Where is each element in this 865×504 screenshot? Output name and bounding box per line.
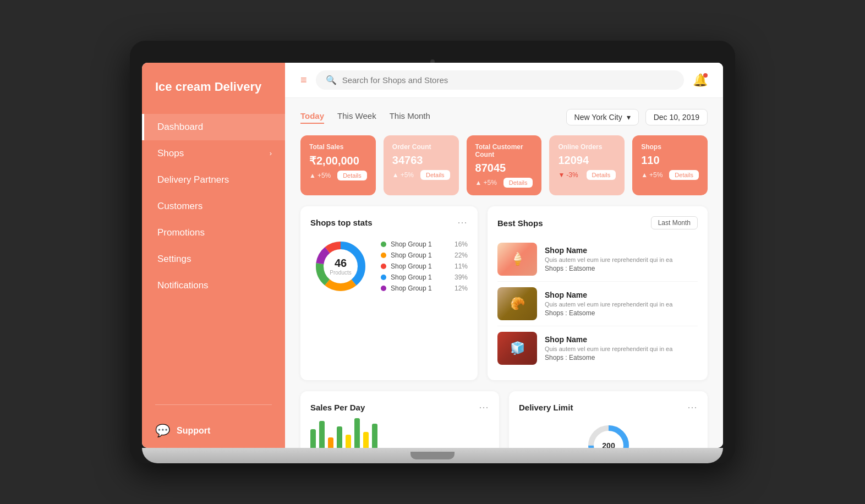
shops-stats-panel: Shops top stats ⋯: [300, 206, 478, 380]
stat-card-shops: Shops 110 ▲ +5% Details: [632, 135, 708, 195]
sidebar-item-shops[interactable]: Shops ›: [142, 140, 285, 167]
main-content: ≡ 🔍 🔔 Today This Week This Month: [285, 63, 723, 448]
tab-today[interactable]: Today: [300, 111, 324, 124]
hamburger-icon[interactable]: ≡: [300, 74, 307, 86]
details-btn-4[interactable]: Details: [669, 170, 699, 180]
legend-item: Shop Group 1 11%: [381, 262, 468, 270]
bar: [346, 435, 351, 448]
delivery-donut-svg: 200: [584, 421, 633, 448]
shops-stats-title: Shops top stats: [310, 218, 373, 227]
bar: [328, 437, 333, 448]
shop-item: 🥐 Shop Name Quis autem vel eum iure repr…: [497, 282, 698, 326]
legend-item: Shop Group 1 16%: [381, 240, 468, 248]
best-shops-panel: Best Shops Last Month 🍦 Shop Name Quis a…: [488, 206, 708, 380]
legend-item: Shop Group 1 12%: [381, 284, 468, 292]
sidebar-item-customers[interactable]: Customers: [142, 193, 285, 220]
stat-card-customer-count: Total Customer Count 87045 ▲ +5% Details: [467, 135, 542, 195]
sidebar-item-settings[interactable]: Settings: [142, 246, 285, 272]
legend-dot-purple: [381, 286, 386, 291]
shop-item: 🍦 Shop Name Quis autem vel eum iure repr…: [497, 237, 698, 282]
shop-thumb-0: 🍦: [497, 243, 537, 276]
details-btn-2[interactable]: Details: [503, 178, 533, 188]
stat-change-0: ▲ +5%: [309, 172, 331, 179]
details-btn-1[interactable]: Details: [420, 170, 450, 180]
donut-area: 46 Products Shop Group 1 16%: [310, 236, 468, 297]
middle-row: Shops top stats ⋯: [300, 206, 708, 380]
stat-card-online-orders: Online Orders 12094 ▼ -3% Details: [549, 135, 625, 195]
shops-stats-menu-icon[interactable]: ⋯: [457, 216, 468, 228]
bar-group: [354, 418, 360, 448]
legend-dot-orange: [381, 253, 386, 258]
delivery-limit-title: Delivery Limit: [519, 403, 573, 412]
chevron-right-icon: ›: [270, 149, 272, 157]
bar-chart: [310, 421, 489, 448]
bar-group: [328, 437, 333, 448]
support-button[interactable]: 💬 Support: [142, 414, 285, 448]
filter-bar: Today This Week This Month New York City…: [300, 109, 708, 125]
sidebar-item-delivery-partners[interactable]: Delivery Partners: [142, 167, 285, 193]
header: ≡ 🔍 🔔: [285, 63, 723, 98]
shop-info-0: Shop Name Quis autem vel eum iure repreh…: [545, 246, 672, 272]
stat-change-2: ▲ +5%: [475, 179, 497, 187]
search-input[interactable]: [342, 75, 674, 85]
best-shops-title: Best Shops: [497, 218, 543, 228]
delivery-donut: 200: [519, 421, 698, 448]
shop-thumb-2: 🧊: [497, 332, 537, 365]
shop-info-2: Shop Name Quis autem vel eum iure repreh…: [545, 335, 672, 361]
shop-info-1: Shop Name Quis autem vel eum iure repreh…: [545, 291, 672, 317]
bar-group: [337, 426, 342, 448]
sales-menu-icon[interactable]: ⋯: [479, 401, 489, 413]
chevron-down-icon: ▾: [627, 113, 631, 122]
tab-this-month[interactable]: This Month: [390, 111, 430, 124]
stat-change-4: ▲ +5%: [641, 171, 663, 179]
delivery-limit-value: 200: [602, 441, 615, 448]
legend-item: Shop Group 1 39%: [381, 273, 468, 281]
donut-chart: 46 Products: [310, 236, 371, 297]
filter-right: New York City ▾ Dec 10, 2019: [566, 109, 708, 125]
sidebar-item-notifications[interactable]: Notifications: [142, 272, 285, 299]
shop-item: 🧊 Shop Name Quis autem vel eum iure repr…: [497, 326, 698, 370]
bar-group: [372, 424, 377, 448]
bar: [354, 418, 360, 448]
legend-item: Shop Group 1 22%: [381, 251, 468, 259]
bar: [310, 429, 316, 448]
bar-group: [363, 432, 369, 448]
bar: [319, 421, 325, 448]
sidebar-item-promotions[interactable]: Promotions: [142, 220, 285, 246]
date-badge: Dec 10, 2019: [645, 109, 708, 125]
legend-dot-red: [381, 264, 386, 269]
sidebar: Ice cream Delivery Dashboard Shops › Del…: [142, 63, 285, 448]
stat-change-3: ▼ -3%: [558, 171, 578, 179]
bar-group: [310, 429, 316, 448]
bar: [337, 426, 342, 448]
delivery-menu-icon[interactable]: ⋯: [687, 401, 698, 413]
delivery-limit-panel: Delivery Limit ⋯ 200 See more info: [509, 391, 708, 448]
city-select[interactable]: New York City ▾: [566, 109, 639, 125]
stat-card-order-count: Order Count 34763 ▲ +5% Details: [384, 135, 459, 195]
legend-list: Shop Group 1 16% Shop Group 1 22%: [381, 240, 468, 292]
bar: [372, 424, 377, 448]
last-month-button[interactable]: Last Month: [651, 216, 698, 229]
app-logo: Ice cream Delivery: [142, 63, 285, 108]
bar-group: [346, 435, 351, 448]
bottom-row: Sales Per Day ⋯: [300, 391, 708, 448]
notification-dot: [703, 73, 708, 78]
sidebar-item-dashboard[interactable]: Dashboard: [142, 114, 285, 140]
stat-change-1: ▲ +5%: [392, 171, 414, 179]
search-icon: 🔍: [326, 75, 337, 85]
search-bar: 🔍: [316, 70, 684, 90]
tab-this-week[interactable]: This Week: [337, 111, 376, 124]
filter-tabs: Today This Week This Month: [300, 111, 430, 124]
bar-group: [319, 421, 325, 448]
shop-thumb-1: 🥐: [497, 287, 537, 320]
details-btn-0[interactable]: Details: [337, 171, 367, 180]
bar: [363, 432, 369, 448]
sidebar-divider: [155, 404, 272, 405]
details-btn-3[interactable]: Details: [587, 170, 616, 180]
donut-center: 46 Products: [330, 257, 351, 276]
sales-per-day-title: Sales Per Day: [310, 403, 365, 412]
sales-per-day-panel: Sales Per Day ⋯: [300, 391, 499, 448]
stat-card-total-sales: Total Sales ₹2,00,000 ▲ +5% Details: [300, 135, 376, 195]
bell-wrap: 🔔: [693, 73, 708, 87]
stats-row: Total Sales ₹2,00,000 ▲ +5% Details Orde…: [300, 135, 708, 195]
